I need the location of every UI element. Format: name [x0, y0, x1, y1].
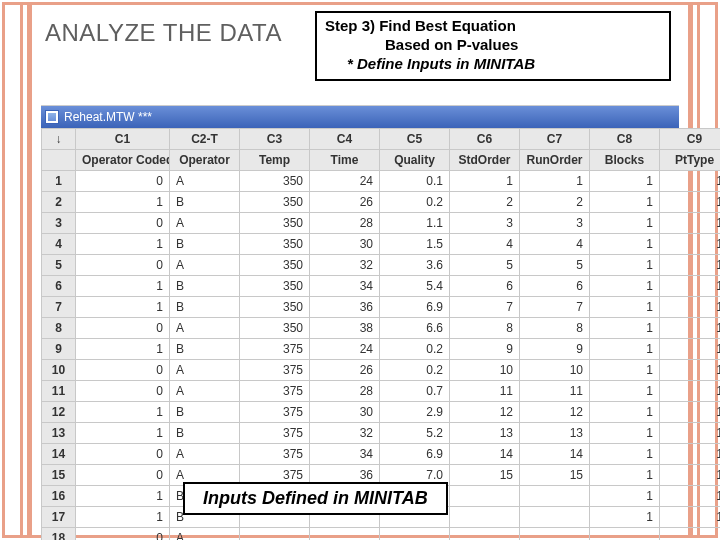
col-id[interactable]: C7	[520, 129, 590, 150]
cell[interactable]: 12	[520, 402, 590, 423]
row-header[interactable]: 14	[42, 444, 76, 465]
cell[interactable]: A	[170, 213, 240, 234]
cell[interactable]: 1	[76, 423, 170, 444]
cell[interactable]: 3	[450, 213, 520, 234]
row-header[interactable]: 11	[42, 381, 76, 402]
row-header[interactable]: 10	[42, 360, 76, 381]
cell[interactable]: 34	[310, 444, 380, 465]
cell[interactable]: B	[170, 402, 240, 423]
cell[interactable]: 11	[450, 381, 520, 402]
row-header[interactable]: 17	[42, 507, 76, 528]
col-id[interactable]: C4	[310, 129, 380, 150]
col-id[interactable]: C1	[76, 129, 170, 150]
cell[interactable]: 1	[660, 171, 721, 192]
cell[interactable]: 5.2	[380, 423, 450, 444]
cell[interactable]: 350	[240, 171, 310, 192]
cell[interactable]: 0	[76, 381, 170, 402]
cell[interactable]: 12	[450, 402, 520, 423]
cell[interactable]: 6	[450, 276, 520, 297]
row-header[interactable]: 16	[42, 486, 76, 507]
cell[interactable]: 8	[520, 318, 590, 339]
cell[interactable]: 1	[590, 360, 660, 381]
cell[interactable]	[520, 486, 590, 507]
cell[interactable]: 34	[310, 276, 380, 297]
cell[interactable]: 14	[450, 444, 520, 465]
cell[interactable]: B	[170, 192, 240, 213]
col-id[interactable]: C3	[240, 129, 310, 150]
row-header[interactable]: 4	[42, 234, 76, 255]
cell[interactable]: 7	[450, 297, 520, 318]
cell[interactable]: 0	[76, 360, 170, 381]
col-header[interactable]: Operator Coded	[76, 150, 170, 171]
cell[interactable]: 1	[590, 255, 660, 276]
cell[interactable]: 15	[520, 465, 590, 486]
row-header[interactable]: 5	[42, 255, 76, 276]
cell[interactable]: 14	[520, 444, 590, 465]
cell[interactable]: 1	[660, 381, 721, 402]
cell[interactable]: 350	[240, 192, 310, 213]
cell[interactable]: 8	[450, 318, 520, 339]
cell[interactable]: 1	[660, 507, 721, 528]
cell[interactable]: 3	[520, 213, 590, 234]
cell[interactable]: 9	[520, 339, 590, 360]
cell[interactable]: 1	[660, 423, 721, 444]
cell[interactable]: 24	[310, 339, 380, 360]
row-header[interactable]: 3	[42, 213, 76, 234]
cell[interactable]: 1	[76, 234, 170, 255]
cell[interactable]: 1	[76, 297, 170, 318]
cell[interactable]: 350	[240, 213, 310, 234]
cell[interactable]: A	[170, 255, 240, 276]
cell[interactable]: 38	[310, 318, 380, 339]
cell[interactable]	[520, 507, 590, 528]
cell[interactable]: 28	[310, 213, 380, 234]
cell[interactable]: 1	[76, 402, 170, 423]
cell[interactable]: 1	[590, 318, 660, 339]
cell[interactable]: 1	[590, 486, 660, 507]
cell[interactable]: 13	[520, 423, 590, 444]
cell[interactable]: 6	[520, 276, 590, 297]
cell[interactable]: 0.2	[380, 339, 450, 360]
cell[interactable]: 0	[76, 171, 170, 192]
cell[interactable]: B	[170, 423, 240, 444]
cell[interactable]: 1	[590, 171, 660, 192]
cell[interactable]: 1	[660, 444, 721, 465]
cell[interactable]: A	[170, 381, 240, 402]
row-header[interactable]: 15	[42, 465, 76, 486]
cell[interactable]: 1	[590, 192, 660, 213]
cell[interactable]: 1	[660, 402, 721, 423]
row-header[interactable]: 8	[42, 318, 76, 339]
cell[interactable]: 1	[76, 507, 170, 528]
cell[interactable]: 1	[590, 402, 660, 423]
cell[interactable]: 1	[660, 339, 721, 360]
cell[interactable]: 6.9	[380, 297, 450, 318]
cell[interactable]: 1	[590, 423, 660, 444]
cell[interactable]: 1	[76, 192, 170, 213]
cell[interactable]: 1	[660, 213, 721, 234]
cell[interactable]: 350	[240, 234, 310, 255]
cell[interactable]: 0.1	[380, 171, 450, 192]
cell[interactable]: 11	[520, 381, 590, 402]
cell[interactable]	[590, 528, 660, 541]
cell[interactable]: 0	[76, 213, 170, 234]
cell[interactable]: 2.9	[380, 402, 450, 423]
data-table[interactable]: ↓ C1 C2-T C3 C4 C5 C6 C7 C8 C9 Operator …	[41, 128, 720, 540]
cell[interactable]: A	[170, 528, 240, 541]
cell[interactable]: B	[170, 339, 240, 360]
cell[interactable]: 350	[240, 297, 310, 318]
cell[interactable]: 26	[310, 360, 380, 381]
cell[interactable]: 1	[590, 465, 660, 486]
row-header[interactable]: 6	[42, 276, 76, 297]
cell[interactable]: 6.6	[380, 318, 450, 339]
cell[interactable]: A	[170, 171, 240, 192]
cell[interactable]: 1	[660, 297, 721, 318]
cell[interactable]: 0	[76, 528, 170, 541]
col-id[interactable]: C2-T	[170, 129, 240, 150]
cell[interactable]: 1	[590, 297, 660, 318]
cell[interactable]: 5	[520, 255, 590, 276]
cell[interactable]: 1	[660, 465, 721, 486]
cell[interactable]: A	[170, 360, 240, 381]
cell[interactable]	[240, 528, 310, 541]
cell[interactable]: 0.7	[380, 381, 450, 402]
cell[interactable]	[660, 528, 721, 541]
cell[interactable]: 32	[310, 423, 380, 444]
